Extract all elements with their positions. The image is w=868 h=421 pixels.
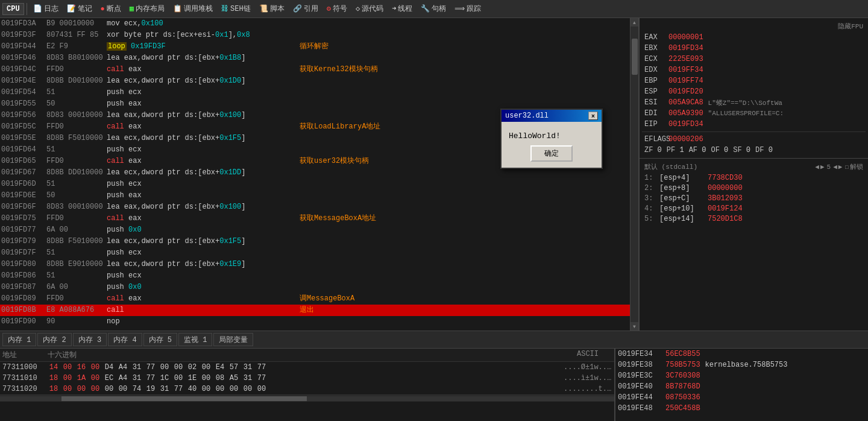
disasm-row[interactable]: 0019FD8BE8 A088A676call 退出 [0,305,638,316]
bottom-tab-4[interactable]: 内存 5 [143,333,177,346]
script-icon: 📜 [259,4,268,13]
disasm-scrollbar[interactable]: ▲ ▼ [630,18,638,331]
addr-key: 0019FE44 [618,393,663,402]
disasm-row[interactable]: 0019FD89FFD0call eax调MessageBoxA [0,293,638,305]
bottom-tab-1[interactable]: 内存 2 [37,333,71,346]
stack-ref: [esp+C] [659,194,708,203]
symbol-icon: ⚙ [327,4,331,13]
mem-byte: 31 [242,363,254,372]
dialog-close-button[interactable]: × [588,112,598,120]
scroll-up-arrow[interactable]: ▲ [631,18,639,27]
stack-val[interactable]: 00000000 [708,184,743,192]
reg-value[interactable]: 005A9390 [668,109,703,118]
disasm-comment: 循环解密 [300,41,329,52]
reg-row-ebx: EBX0019FD34 [642,43,866,54]
disasm-row[interactable]: 0019FD75FFD0call eax获取MessageBoxA地址 [0,213,638,224]
disasm-row[interactable]: 0019FD6F8D83 00010000lea eax,dword ptr d… [0,201,638,213]
addr-val[interactable]: 3C760308 [665,372,700,380]
disasm-row[interactable]: 0019FD3F807431 FF 85xor byte ptr ds:[ecx… [0,30,638,41]
handle-button[interactable]: 🔧 句柄 [417,2,450,15]
mem-byte: 74 [131,385,143,393]
addr-row: 0019FE4408750336 [615,392,868,403]
mem-hscroll[interactable] [0,394,614,402]
hscroll-track[interactable] [0,396,614,401]
disasm-bytes: 807431 FF 85 [46,30,107,41]
addr-val[interactable]: 08750336 [665,393,700,402]
disasm-row[interactable]: 0019FD6D51push ecx [0,179,638,190]
hide-fpu-label[interactable]: 隐藏FPU [642,21,866,32]
symbol-button[interactable]: ⚙ 符号 [323,2,351,15]
source-button[interactable]: ◇ 源代码 [352,2,387,15]
dialog[interactable]: user32.dll × HelloWorld! 确定 [500,109,603,169]
reg-value[interactable]: 2225E093 [668,55,703,63]
reg-value[interactable]: 0019FD20 [668,87,703,96]
memory-pane: 地址 十六进制 ASCII 7731100014001600D4A4317700… [0,349,615,421]
disasm-bytes: E2 F9 [46,41,107,52]
addr-val[interactable]: 758B5753 [665,361,700,369]
handle-icon: 🔧 [421,4,430,13]
bottom-tab-0[interactable]: 内存 1 [2,333,36,346]
stack-idx: 4: [644,204,659,213]
disasm-row[interactable]: 0019FD44E2 F9loop 0x19FD3F循环解密 [0,41,638,52]
disasm-row[interactable]: 0019FD7F51push ecx [0,247,638,259]
disasm-row[interactable]: 0019FD4E8D8B D0010000lea ecx,dword ptr d… [0,75,638,87]
disasm-bytes: 6A 00 [46,224,107,236]
disasm-row[interactable]: 0019FD3AB9 00010000mov ecx,0x100 [0,18,638,30]
addr-val[interactable]: 250C458B [665,404,700,413]
ref-button[interactable]: 🔗 引用 [289,2,322,15]
stack-val[interactable]: 3B012093 [708,194,743,203]
disasm-row[interactable]: 0019FD8651push ecx [0,270,638,282]
seh-button[interactable]: ⛓ SEH链 [218,2,254,15]
reg-value[interactable]: 0019FD34 [668,120,703,128]
scroll-thumb[interactable] [632,39,638,75]
disasm-instr: push ecx [107,87,300,98]
disasm-row[interactable]: 0019FD876A 00push 0x0 [0,282,638,293]
mem-byte: 77 [256,363,268,372]
cpu-button[interactable]: CPU [2,3,24,15]
trace-button[interactable]: ⟹ 跟踪 [451,2,485,15]
reg-value[interactable]: 0019FF74 [668,77,703,85]
bottom-tab-5[interactable]: 监视 1 [178,333,212,346]
stack-val[interactable]: 0019F124 [708,204,743,213]
reg-value[interactable]: 00000001 [668,33,703,42]
mem-byte: 00 [172,374,184,382]
note-button[interactable]: 📝 笔记 [63,2,96,15]
stack-row: 1:[esp+4]7738CD30 [642,173,866,183]
bottom-tab-3[interactable]: 内存 4 [108,333,142,346]
stack-val[interactable]: 7520D1C8 [708,215,743,223]
stack-val[interactable]: 7738CD30 [708,174,743,182]
hscroll-thumb[interactable] [61,396,307,401]
memory-map-button[interactable]: ▦ 内存布局 [126,2,168,15]
mem-row-ascii: ....Ø±1w....äW1w [564,363,612,372]
addr-val[interactable]: 56EC8B55 [665,350,700,358]
disasm-row[interactable]: 0019FD808D8B E9010000lea ecx,dword ptr d… [0,259,638,270]
callstack-button[interactable]: 📋 调用堆栈 [169,2,216,15]
bottom-tab-6[interactable]: 局部变量 [213,333,253,346]
mem-byte: 00 [75,385,87,393]
unlock-checkbox[interactable]: ☐ [844,163,849,171]
disasm-row[interactable]: 0019FD6E50push eax [0,190,638,201]
reg-value[interactable]: 0019FD34 [668,44,703,52]
breakpoint-button[interactable]: ● 断点 [97,2,125,15]
scroll-down-arrow[interactable]: ▼ [631,322,639,331]
disasm-row[interactable]: 0019FD468D83 B8010000lea eax,dword ptr d… [0,52,638,64]
disasm-row[interactable]: 0019FD5451push ecx [0,87,638,98]
disasm-row[interactable]: 0019FD9090nop [0,316,638,328]
disasm-instr: lea eax,dword ptr ds:[ebx+0x100] [107,201,300,213]
log-button[interactable]: 📄 日志 [30,2,62,15]
bottom-tab-2[interactable]: 内存 3 [73,333,107,346]
disasm-row[interactable]: 0019FD798D8B F5010000lea ecx,dword ptr d… [0,236,638,247]
addr-row: 0019FE48250C458B [615,403,868,414]
disasm-bytes: B9 00010000 [46,18,107,30]
dialog-ok-button[interactable]: 确定 [530,145,573,162]
disasm-row[interactable]: 0019FD4CFFD0call eax获取Kernel32模块句柄 [0,64,638,75]
mem-ascii-header: ASCII [564,350,612,360]
thread-button[interactable]: ➜ 线程 [388,2,416,15]
stack-pane: 默认 (stdcall) ◀ ▶ 5 ◀ ▶ ☐ 解锁 1:[esp+4]773… [640,159,868,331]
disasm-instr: push ecx [107,247,300,259]
reg-value[interactable]: 005A9CA8 [668,98,703,107]
script-button[interactable]: 📜 脚本 [256,2,288,15]
disasm-row[interactable]: 0019FD776A 00push 0x0 [0,224,638,236]
addr-val[interactable]: 8B78768D [665,382,700,391]
reg-value[interactable]: 0019FF34 [668,66,703,74]
